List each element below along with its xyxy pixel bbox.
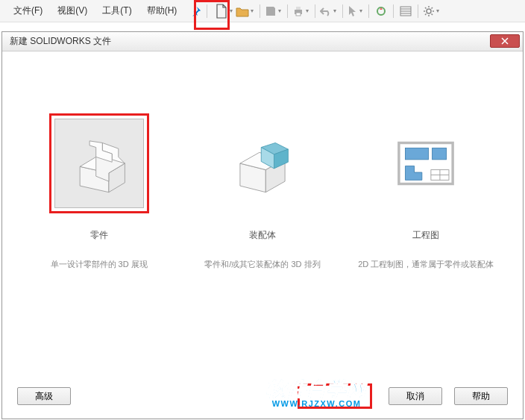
menu-file[interactable]: 文件(F) — [6, 0, 50, 22]
rebuild-button[interactable] — [374, 4, 389, 19]
option-assembly[interactable]: 装配体 零件和/或其它装配体的 3D 排列 — [188, 119, 337, 271]
close-icon — [501, 37, 509, 45]
part-icon — [54, 119, 144, 208]
settings-button[interactable]: ▾ — [423, 4, 441, 19]
toolbar-separator — [207, 4, 207, 18]
svg-rect-12 — [433, 148, 447, 159]
dialog-title-text: 新建 SOLIDWORKS 文件 — [10, 35, 111, 48]
dialog-body: 零件 单一设计零部件的 3D 展现 装配体 零件和/或其它装配体的 3D 排列 — [2, 51, 523, 286]
option-part-title: 零件 — [90, 229, 108, 242]
cancel-button[interactable]: 取消 — [389, 387, 442, 405]
option-part[interactable]: 零件 单一设计零部件的 3D 展现 — [25, 119, 174, 271]
menu-view[interactable]: 视图(V) — [50, 0, 95, 22]
dropdown-arrow-icon: ▾ — [230, 7, 233, 14]
option-drawing-title: 工程图 — [412, 229, 439, 242]
undo-button[interactable]: ▾ — [320, 4, 338, 19]
help-button[interactable]: 帮助 — [454, 387, 508, 405]
new-document-button[interactable]: ▾ — [215, 4, 234, 19]
svg-rect-2 — [296, 13, 301, 16]
menubar: 文件(F) 视图(V) 工具(T) 帮助(H) ▾ ▾ ▾ ▾ ▾ — [0, 0, 525, 22]
drawing-icon — [381, 119, 471, 208]
close-button[interactable] — [490, 34, 520, 48]
dialog-titlebar: 新建 SOLIDWORKS 文件 — [2, 32, 523, 51]
pin-icon[interactable] — [189, 4, 204, 19]
svg-point-8 — [427, 9, 431, 13]
select-button[interactable]: ▾ — [348, 4, 364, 19]
advanced-button[interactable]: 高级 — [17, 387, 71, 405]
option-drawing-desc: 2D 工程制图，通常属于零件或装配体 — [358, 258, 494, 271]
save-button[interactable]: ▾ — [265, 4, 283, 19]
option-drawing[interactable]: 工程图 2D 工程制图，通常属于零件或装配体 — [351, 119, 500, 271]
dialog-footer: 高级 取消 帮助 — [2, 387, 523, 405]
option-assembly-title: 装配体 — [249, 229, 276, 242]
option-part-desc: 单一设计零部件的 3D 展现 — [51, 258, 148, 271]
new-document-dialog: 新建 SOLIDWORKS 文件 零件 单一设计零部件的 3D 展现 — [1, 31, 524, 419]
svg-rect-1 — [296, 7, 301, 10]
option-assembly-desc: 零件和/或其它装配体的 3D 排列 — [204, 258, 320, 271]
toolbar: ▾ ▾ ▾ ▾ ▾ ▾ — [215, 4, 441, 19]
svg-rect-11 — [406, 148, 429, 159]
print-button[interactable]: ▾ — [292, 4, 310, 19]
menu-help[interactable]: 帮助(H) — [139, 0, 185, 22]
assembly-icon — [218, 119, 307, 208]
menu-tools[interactable]: 工具(T) — [95, 0, 139, 22]
options-button[interactable] — [398, 4, 413, 19]
open-button[interactable]: ▾ — [236, 4, 255, 19]
